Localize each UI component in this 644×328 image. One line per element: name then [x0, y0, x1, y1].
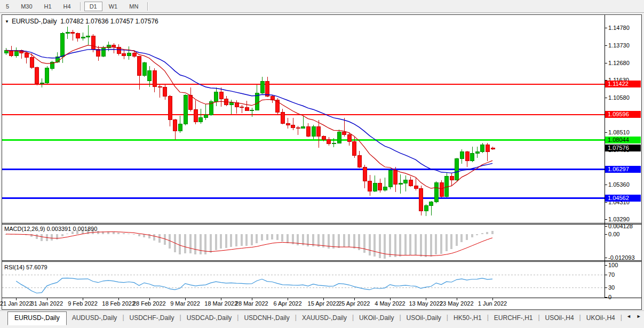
chart-tab-xauusd-daily[interactable]: XAUUSD-,Daily	[297, 312, 352, 324]
axis-tick-label: 0	[608, 294, 611, 300]
axis-tick-label: 1.14780	[608, 25, 630, 31]
chart-tab-usdcad-daily[interactable]: USDCAD-,Daily	[181, 312, 237, 324]
axis-tick-label: 0.00	[608, 231, 619, 237]
axis-tick-label: 70	[608, 271, 615, 278]
timeframe-button-h4[interactable]: H4	[58, 2, 76, 11]
chart-title: ▼EURUSD-,Daily 1.07482 1.07636 1.07457 1…	[5, 18, 158, 25]
date-axis-label: 6 Apr 2022	[273, 300, 301, 307]
chart-symbol-label: EURUSD-,Daily	[12, 18, 57, 25]
date-axis-label: 13 May 2022	[409, 300, 443, 307]
tabs-scroll-left-icon[interactable]: ◄	[626, 314, 637, 319]
axis-tick-label: 1.10580	[608, 94, 630, 101]
level-price-label: 1.08044	[605, 137, 641, 143]
timeframe-button-h1[interactable]: H1	[39, 2, 57, 11]
date-axis-label: 15 Apr 2022	[308, 300, 339, 307]
level-price-label: 1.04562	[605, 195, 641, 202]
tabs-scroll-right-icon[interactable]: ►	[637, 314, 644, 319]
date-axis-label: 18 Mar 2022	[204, 300, 237, 307]
axis-tick-label: 1.03290	[608, 216, 630, 222]
toolbar-separator	[80, 2, 81, 11]
axis-tick-label: -0.012093	[608, 254, 635, 261]
timeframe-button-5[interactable]: 5	[1, 2, 14, 11]
timeframe-toolbar: 5M30H1H4D1W1MN	[0, 0, 644, 13]
symbol-dropdown-icon[interactable]: ▼	[5, 19, 9, 24]
level-price-label: 1.11422	[605, 81, 641, 87]
toolbar-separator	[147, 2, 148, 11]
timeframe-button-d1[interactable]: D1	[84, 2, 102, 11]
date-axis-label: 31 Jan 2022	[31, 300, 63, 307]
axis-tick-label: 0.004128	[608, 223, 633, 229]
chart-tab-usdcnh-daily[interactable]: USDCNH-,Daily	[238, 312, 295, 324]
date-axis-label: 23 May 2022	[440, 300, 474, 307]
timeframe-button-w1[interactable]: W1	[104, 2, 123, 11]
macd-indicator-label: MACD(12,26,9) 0.003391 0.001890	[4, 226, 97, 232]
level-price-label: 1.09596	[605, 111, 641, 118]
current-price-label: 1.07576	[605, 145, 641, 151]
chart-tab-audusd-daily[interactable]: AUDUSD-,Daily	[67, 312, 123, 324]
timeframe-button-mn[interactable]: MN	[124, 2, 144, 11]
date-axis-label: 9 Feb 2022	[68, 300, 98, 307]
timeframe-button-m30[interactable]: M30	[15, 2, 37, 11]
axis-tick-label: 30	[608, 284, 615, 291]
axis-tick-label: 1.08510	[608, 129, 630, 135]
tab-separator: |	[621, 314, 622, 321]
chart-tab-eurchf-h1[interactable]: EURCHF-,H1	[489, 312, 538, 324]
chart-tab-usoil-h4[interactable]: USOil-,H4	[540, 312, 579, 324]
date-axis-label: 28 Mar 2022	[235, 300, 268, 307]
chart-tab-hk50-h1[interactable]: HK50-,H1	[448, 312, 487, 324]
date-axis-label: 21 Jan 2022	[0, 300, 32, 307]
chart-ohlc-values: 1.07482 1.07636 1.07457 1.07576	[60, 18, 158, 25]
axis-tick-label: 1.13730	[608, 42, 630, 49]
level-price-label: 1.06297	[605, 166, 641, 173]
axis-tick-label: 1.05360	[608, 181, 630, 188]
chart-tab-ukoil-daily[interactable]: UKOil-,Daily	[354, 312, 399, 324]
chart-tab-ukoil-h4[interactable]: UKOil-,H4	[581, 312, 621, 324]
chart-tab-usdchf-daily[interactable]: USDCHF-,Daily	[124, 312, 180, 324]
date-axis-label: 25 Apr 2022	[338, 300, 370, 307]
chart-tab-usoil-daily[interactable]: USOil-,Daily	[401, 312, 447, 324]
axis-tick-label: 1.12680	[608, 60, 630, 66]
date-axis-label: 1 Jun 2022	[478, 300, 507, 307]
date-axis-label: 4 May 2022	[375, 300, 405, 307]
chart-tab-eurusd-daily[interactable]: EURUSD-,Daily	[7, 311, 67, 325]
axis-tick-label: 100	[608, 262, 618, 268]
chart-window[interactable]	[2, 14, 642, 310]
rsi-indicator-label: RSI(14) 57.6079	[4, 264, 47, 270]
chart-tab-bar: EURUSD-,DailyAUDUSD-,Daily|USDCHF-,Daily…	[0, 310, 644, 328]
date-axis-label: 28 Feb 2022	[133, 300, 166, 307]
tab-scroll-arrows[interactable]: ◄►	[626, 314, 644, 319]
date-axis-label: 9 Mar 2022	[170, 300, 200, 307]
date-axis-label: 18 Feb 2022	[102, 300, 135, 307]
